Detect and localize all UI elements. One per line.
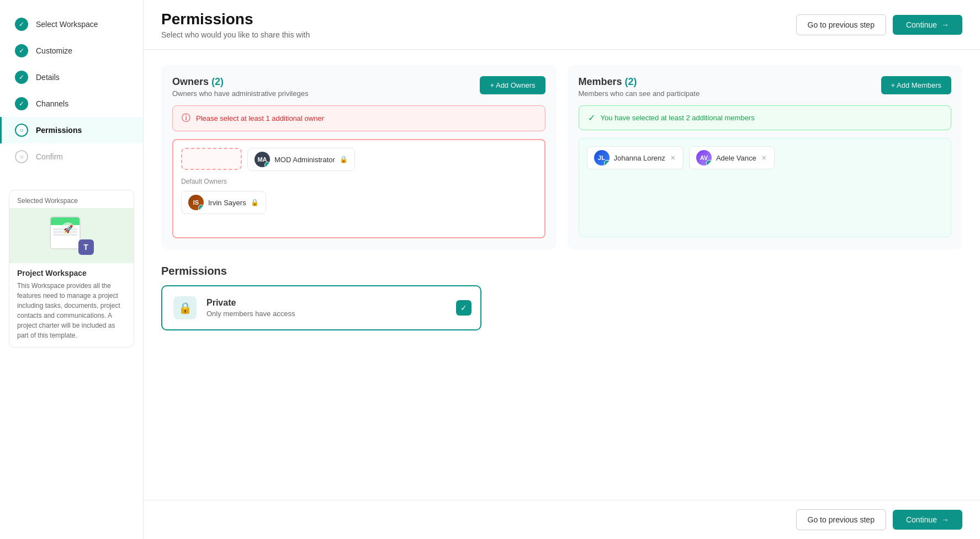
owner-name-irvin: Irvin Sayers xyxy=(208,199,246,207)
members-panel-header: Members (2) Members who can see and part… xyxy=(579,76,952,98)
avatar-irvin-sayers: IS ✓ xyxy=(188,195,204,210)
default-owners-label: Default Owners xyxy=(181,178,537,185)
member-chips: JL ✓ Johanna Lorenz × AV ✓ Adele Vance xyxy=(587,146,944,169)
go-to-previous-step-button-bottom[interactable]: Go to previous step xyxy=(796,509,886,530)
add-owners-button[interactable]: + Add Owners xyxy=(480,76,545,94)
page-title-area: Permissions Select who would you like to… xyxy=(161,10,310,39)
page-subtitle: Select who would you like to share this … xyxy=(161,30,310,39)
success-icon: ✓ xyxy=(588,113,595,123)
owners-panel-header: Owners (2) Owners who have administrativ… xyxy=(172,76,545,98)
step-icon-confirm: ○ xyxy=(15,150,28,163)
lock-perm-icon: 🔒 xyxy=(173,296,197,319)
sidebar-item-select-workspace[interactable]: ✓ Select Workspace xyxy=(0,11,143,38)
avatar-adele-vance: AV ✓ xyxy=(696,150,712,166)
page-title: Permissions xyxy=(161,10,310,28)
step-icon-permissions: ○ xyxy=(15,124,28,137)
workspace-info: Project Workspace This Workspace provide… xyxy=(9,263,134,347)
members-subtitle: Members who can see and participate xyxy=(579,89,700,98)
topbar: Permissions Select who would you like to… xyxy=(144,0,980,50)
bottombar: Go to previous step Continue → xyxy=(144,500,980,539)
continue-label-bottom: Continue xyxy=(906,515,937,524)
owner-chips: MA ✓ MOD Administrator 🔒 xyxy=(181,148,537,171)
sidebar-item-channels[interactable]: ✓ Channels xyxy=(0,90,143,117)
step-icon-channels: ✓ xyxy=(15,97,28,110)
permissions-section-title: Permissions xyxy=(161,265,962,277)
owners-panel: Owners (2) Owners who have administrativ… xyxy=(161,65,557,249)
continue-label-top: Continue xyxy=(906,20,937,29)
owners-subtitle: Owners who have administrative privilege… xyxy=(172,89,308,98)
members-title-group: Members (2) Members who can see and part… xyxy=(579,76,700,98)
perm-selected-check: ✓ xyxy=(456,300,472,316)
members-panel: Members (2) Members who can see and part… xyxy=(568,65,963,249)
sidebar-navigation: ✓ Select Workspace ✓ Customize ✓ Details… xyxy=(0,0,143,181)
members-title: Members (2) xyxy=(579,76,700,88)
workspace-description: This Workspace provides all the features… xyxy=(17,281,126,340)
topbar-actions: Go to previous step Continue → xyxy=(796,14,962,35)
remove-adele-button[interactable]: × xyxy=(761,154,767,162)
workspace-thumbnail: 🚀 T xyxy=(9,208,134,263)
workspace-card-header: Selected Workspace xyxy=(9,190,134,208)
members-count: (2) xyxy=(625,76,637,87)
workspace-card: Selected Workspace 🚀 xyxy=(9,190,134,348)
sidebar-label-permissions: Permissions xyxy=(36,126,82,135)
member-name-adele: Adele Vance xyxy=(716,154,756,162)
perm-name: Private xyxy=(206,298,295,308)
members-body: JL ✓ Johanna Lorenz × AV ✓ Adele Vance xyxy=(579,138,952,237)
workspace-name: Project Workspace xyxy=(17,269,126,277)
go-to-previous-step-button-top[interactable]: Go to previous step xyxy=(796,14,886,35)
step-icon-select-workspace: ✓ xyxy=(15,18,28,31)
continue-button-top[interactable]: Continue → xyxy=(893,15,962,35)
sidebar-item-details[interactable]: ✓ Details xyxy=(0,64,143,90)
sidebar-label-select-workspace: Select Workspace xyxy=(36,20,98,29)
content-area: Owners (2) Owners who have administrativ… xyxy=(144,50,980,500)
continue-arrow-bottom: → xyxy=(941,515,949,524)
error-icon: ⓘ xyxy=(182,113,190,124)
owners-error-alert: ⓘ Please select at least 1 additional ow… xyxy=(172,105,545,131)
sidebar-item-customize[interactable]: ✓ Customize xyxy=(0,38,143,64)
member-chip-johanna-lorenz: JL ✓ Johanna Lorenz × xyxy=(587,146,684,169)
owners-title: Owners (2) xyxy=(172,76,308,88)
step-icon-customize: ✓ xyxy=(15,44,28,57)
teams-badge: T xyxy=(78,239,94,255)
lock-icon-irvin: 🔒 xyxy=(251,199,259,206)
member-chip-adele-vance: AV ✓ Adele Vance × xyxy=(689,146,775,169)
empty-owner-slot[interactable] xyxy=(181,148,242,170)
members-success-alert: ✓ You have selected at least 2 additiona… xyxy=(579,105,952,130)
main-content: Permissions Select who would you like to… xyxy=(144,0,980,539)
remove-johanna-button[interactable]: × xyxy=(670,154,676,162)
sidebar-label-customize: Customize xyxy=(36,46,72,55)
rocket-icon: 🚀 xyxy=(60,221,76,237)
lock-icon-mod: 🔒 xyxy=(340,156,348,163)
member-name-johanna: Johanna Lorenz xyxy=(614,154,665,162)
avatar-badge-mod: ✓ xyxy=(264,162,270,167)
owner-name-mod: MOD Administrator xyxy=(274,156,335,164)
continue-arrow-top: → xyxy=(941,20,949,29)
permissions-private-card[interactable]: 🔒 Private Only members have access ✓ xyxy=(161,285,481,330)
avatar-mod-administrator: MA ✓ xyxy=(255,152,270,167)
sidebar-item-confirm[interactable]: ○ Confirm xyxy=(0,143,143,170)
continue-button-bottom[interactable]: Continue → xyxy=(893,510,962,530)
svg-text:🚀: 🚀 xyxy=(63,225,73,234)
sidebar: ✓ Select Workspace ✓ Customize ✓ Details… xyxy=(0,0,144,539)
sidebar-label-confirm: Confirm xyxy=(36,152,63,161)
owners-count: (2) xyxy=(211,76,224,87)
permissions-section: Permissions 🔒 Private Only members have … xyxy=(161,265,962,330)
avatar-badge-johanna: ✓ xyxy=(604,160,610,166)
owner-chip-mod-administrator: MA ✓ MOD Administrator 🔒 xyxy=(247,148,355,171)
sidebar-label-channels: Channels xyxy=(36,99,68,108)
avatar-badge-irvin: ✓ xyxy=(198,205,204,210)
owner-chip-irvin-sayers: IS ✓ Irvin Sayers 🔒 xyxy=(181,191,266,214)
perm-info: Private Only members have access xyxy=(206,298,295,318)
owners-body: MA ✓ MOD Administrator 🔒 Default Owners … xyxy=(172,139,545,238)
avatar-johanna-lorenz: JL ✓ xyxy=(594,150,610,166)
members-success-message: You have selected at least 2 additional … xyxy=(601,114,755,122)
add-members-button[interactable]: + Add Members xyxy=(881,76,951,94)
default-owner-chips: IS ✓ Irvin Sayers 🔒 xyxy=(181,191,537,214)
sidebar-label-details: Details xyxy=(36,73,60,82)
sidebar-item-permissions[interactable]: ○ Permissions xyxy=(0,117,143,143)
step-icon-details: ✓ xyxy=(15,71,28,84)
owners-error-message: Please select at least 1 additional owne… xyxy=(196,114,324,122)
owners-title-group: Owners (2) Owners who have administrativ… xyxy=(172,76,308,98)
perm-desc: Only members have access xyxy=(206,309,295,318)
avatar-badge-adele: ✓ xyxy=(706,160,712,166)
